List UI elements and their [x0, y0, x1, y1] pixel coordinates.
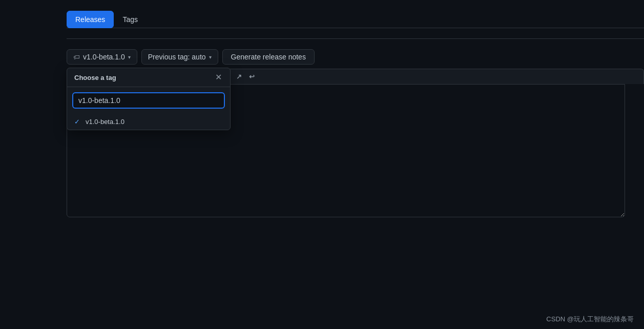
toolbar-row: 🏷 v1.0-beta.1.0 ▾ Previous tag: auto ▾ G… [67, 49, 644, 65]
tag-dropdown-label: v1.0-beta.1.0 [83, 53, 125, 61]
chevron-down-icon-2: ▾ [209, 54, 212, 60]
cross-reference-btn[interactable]: ↗ [233, 71, 245, 82]
tag-icon: 🏷 [73, 53, 80, 61]
watermark: CSDN @玩人工智能的辣条哥 [546, 315, 634, 324]
list-item[interactable]: ✓ v1.0-beta.1.0 [67, 114, 230, 130]
close-dropdown-btn[interactable]: ✕ [214, 73, 223, 81]
previous-tag-dropdown-btn[interactable]: Previous tag: auto ▾ [141, 49, 218, 65]
chevron-down-icon: ▾ [128, 54, 131, 60]
generate-release-notes-btn[interactable]: Generate release notes [222, 49, 315, 65]
previous-tag-label: Previous tag: auto [148, 53, 206, 61]
dropdown-header: Choose a tag ✕ [67, 68, 230, 87]
tag-dropdown-popup: Choose a tag ✕ ✓ v1.0-beta.1.0 [67, 68, 231, 130]
check-icon: ✓ [74, 118, 81, 126]
tag-dropdown-btn[interactable]: 🏷 v1.0-beta.1.0 ▾ [67, 49, 137, 65]
tab-releases[interactable]: Releases [67, 11, 114, 28]
tag-search-input[interactable] [72, 92, 225, 109]
tab-tags[interactable]: Tags [114, 11, 147, 28]
undo-btn[interactable]: ↩ [246, 71, 258, 82]
tabs-row: Releases Tags [67, 10, 644, 28]
divider [67, 38, 644, 39]
tag-item-label: v1.0-beta.1.0 [86, 118, 124, 126]
dropdown-title: Choose a tag [74, 74, 116, 81]
